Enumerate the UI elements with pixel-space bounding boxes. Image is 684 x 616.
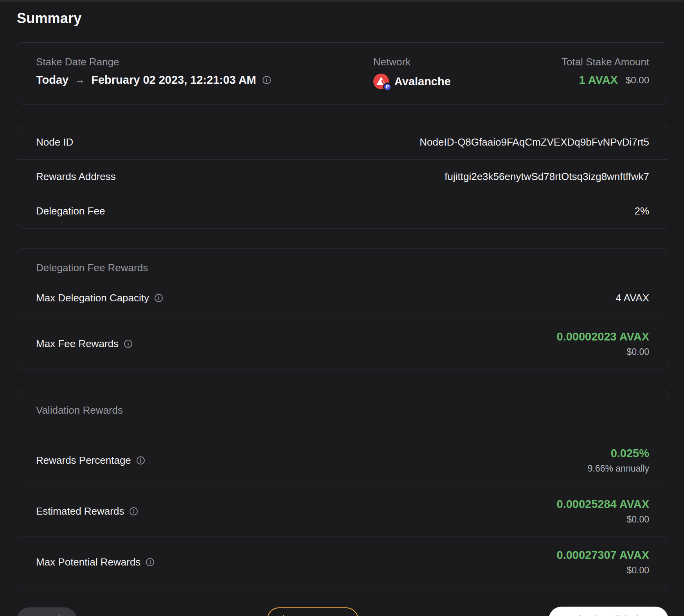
max-fee-rewards-value-stack: 0.00002023 AVAX $0.00 bbox=[557, 330, 649, 357]
delegation-fee-row: Delegation Fee 2% bbox=[17, 194, 668, 228]
delegation-fee-rewards-header: Delegation Fee Rewards bbox=[17, 262, 668, 274]
stake-date-range-label: Stake Date Range bbox=[36, 56, 373, 68]
delegation-fee-rewards-card: Delegation Fee Rewards Max Delegation Ca… bbox=[17, 248, 668, 369]
total-stake: Total Stake Amount 1 AVAX $0.00 bbox=[562, 56, 649, 86]
network-name: Avalanche bbox=[394, 75, 451, 88]
total-stake-value: 1 AVAX $0.00 bbox=[562, 74, 649, 86]
node-id-label: Node ID bbox=[36, 136, 73, 148]
delegation-fee-value: 2% bbox=[634, 205, 649, 217]
max-fee-rewards-label: Max Fee Rewards i bbox=[36, 338, 132, 350]
summary-page: Summary Stake Date Range Today → Februar… bbox=[0, 0, 684, 616]
rewards-percentage-label: Rewards Percentage i bbox=[36, 454, 145, 467]
max-delegation-capacity-text: Max Delegation Capacity bbox=[36, 292, 149, 304]
p-chain-badge-icon: P bbox=[383, 83, 392, 91]
avalanche-icon: P bbox=[373, 74, 389, 89]
max-potential-rewards-text: Max Potential Rewards bbox=[36, 556, 140, 568]
rewards-address-label: Rewards Address bbox=[36, 171, 116, 183]
submit-validation-button[interactable]: Submit Validation bbox=[549, 607, 668, 616]
node-id-row: Node ID NodeID-Q8Gfaaio9FAqCmZVEXDq9bFvN… bbox=[17, 125, 668, 159]
network-value: P Avalanche bbox=[373, 74, 562, 89]
stake-date-range: Stake Date Range Today → February 02 202… bbox=[36, 56, 373, 86]
stake-overview-card: Stake Date Range Today → February 02 202… bbox=[17, 42, 668, 104]
max-delegation-capacity-row: Max Delegation Capacity i 4 AVAX bbox=[17, 292, 668, 319]
rewards-address-value: fujittgi2e3k56enytwSd78rtOtsq3izg8wnftff… bbox=[445, 171, 649, 183]
info-icon[interactable]: i bbox=[155, 294, 163, 302]
total-stake-amount: 1 AVAX bbox=[579, 74, 618, 86]
start-over-button-label: Start Over bbox=[295, 614, 345, 616]
submit-validation-button-label: Submit Validation bbox=[566, 614, 651, 616]
info-icon[interactable]: i bbox=[124, 340, 132, 348]
validation-rewards-header: Validation Rewards bbox=[17, 404, 668, 416]
stake-date-to: February 02 2023, 12:21:03 AM bbox=[91, 74, 256, 86]
back-button[interactable]: Back bbox=[17, 607, 77, 616]
rewards-percentage-row: Rewards Percentage i 0.025% 9.66% annual… bbox=[17, 435, 668, 486]
max-fee-rewards-value: 0.00002023 AVAX bbox=[557, 330, 649, 343]
max-fee-rewards-row: Max Fee Rewards i 0.00002023 AVAX $0.00 bbox=[17, 319, 668, 369]
estimated-rewards-value: 0.00025284 AVAX bbox=[557, 498, 649, 511]
footer-actions: Back Start Over Submit Validation bbox=[17, 607, 668, 616]
max-potential-rewards-value-stack: 0.00027307 AVAX $0.00 bbox=[557, 549, 649, 576]
total-stake-usd: $0.00 bbox=[626, 75, 649, 86]
rewards-percentage-value: 0.025% bbox=[588, 447, 649, 460]
max-delegation-capacity-value: 4 AVAX bbox=[616, 292, 649, 304]
estimated-rewards-usd: $0.00 bbox=[557, 514, 649, 525]
info-icon[interactable]: i bbox=[130, 507, 138, 515]
arrow-right-icon: → bbox=[74, 74, 86, 86]
max-potential-rewards-label: Max Potential Rewards i bbox=[36, 556, 154, 568]
node-details-card: Node ID NodeID-Q8Gfaaio9FAqCmZVEXDq9bFvN… bbox=[17, 125, 668, 229]
estimated-rewards-value-stack: 0.00025284 AVAX $0.00 bbox=[557, 498, 649, 525]
estimated-rewards-row: Estimated Rewards i 0.00025284 AVAX $0.0… bbox=[17, 486, 668, 537]
max-delegation-capacity-label: Max Delegation Capacity i bbox=[36, 292, 163, 304]
node-id-value: NodeID-Q8Gfaaio9FAqCmZVEXDq9bFvNPvDi7rt5 bbox=[419, 136, 649, 148]
estimated-rewards-label: Estimated Rewards i bbox=[36, 505, 138, 517]
estimated-rewards-text: Estimated Rewards bbox=[36, 505, 124, 517]
back-button-label: Back bbox=[39, 614, 63, 616]
stake-date-range-value: Today → February 02 2023, 12:21:03 AM i bbox=[36, 74, 373, 86]
network-label: Network bbox=[373, 56, 562, 68]
network: Network P Avalanche bbox=[373, 56, 562, 89]
max-fee-rewards-text: Max Fee Rewards bbox=[36, 338, 119, 350]
rewards-percentage-annual: 9.66% annually bbox=[588, 463, 649, 474]
max-potential-rewards-usd: $0.00 bbox=[557, 565, 649, 576]
max-fee-rewards-usd: $0.00 bbox=[557, 347, 649, 357]
total-stake-label: Total Stake Amount bbox=[562, 56, 649, 68]
max-potential-rewards-row: Max Potential Rewards i 0.00027307 AVAX … bbox=[17, 537, 668, 587]
info-icon[interactable]: i bbox=[146, 558, 154, 566]
delegation-fee-label: Delegation Fee bbox=[36, 205, 105, 217]
rewards-percentage-value-stack: 0.025% 9.66% annually bbox=[588, 447, 649, 474]
rewards-address-row: Rewards Address fujittgi2e3k56enytwSd78r… bbox=[17, 159, 668, 194]
info-icon[interactable]: i bbox=[137, 456, 145, 465]
start-over-button[interactable]: Start Over bbox=[267, 607, 359, 616]
top-edge-divider bbox=[0, 0, 684, 2]
max-potential-rewards-value: 0.00027307 AVAX bbox=[557, 549, 649, 562]
page-title: Summary bbox=[17, 10, 668, 27]
stake-date-from: Today bbox=[36, 74, 68, 86]
info-icon[interactable]: i bbox=[263, 76, 271, 84]
rewards-percentage-text: Rewards Percentage bbox=[36, 454, 131, 467]
validation-rewards-card: Validation Rewards Rewards Percentage i … bbox=[17, 390, 668, 589]
